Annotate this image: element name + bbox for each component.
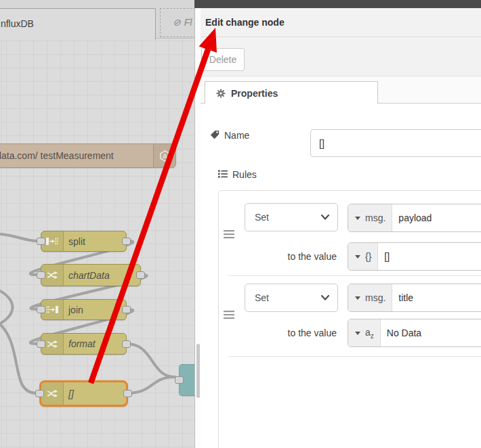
wire[interactable] [127, 377, 175, 393]
wire[interactable] [0, 318, 37, 393]
drag-handle-icon[interactable] [224, 230, 234, 239]
tray-header: Edit change node [201, 8, 481, 37]
rule-action-select[interactable]: Set [245, 203, 338, 231]
wire[interactable] [0, 233, 37, 241]
node-join[interactable]: join [41, 299, 127, 320]
wire[interactable] [0, 288, 13, 327]
node-input-port[interactable] [37, 306, 45, 313]
caret-down-icon [355, 296, 360, 300]
node-change-selected[interactable]: [] [39, 380, 128, 407]
wire[interactable] [127, 344, 175, 377]
node-output-port[interactable] [122, 306, 131, 313]
rules-list: Set msg. payload to the value {} [] [218, 190, 481, 448]
node-input-port[interactable] [35, 390, 44, 397]
tray-toolbar: Delete [201, 37, 481, 76]
rules-label: Rules [232, 169, 257, 180]
node-format[interactable]: format [41, 333, 127, 355]
caret-down-icon [355, 217, 360, 220]
rule-separator [228, 356, 481, 357]
rule-value-input[interactable]: az No Data [348, 319, 481, 347]
chevron-down-icon [321, 215, 329, 220]
node-influxdb-out[interactable]: data.com/ testMeasurement [0, 143, 176, 168]
json-type-icon: {} [365, 251, 371, 262]
node-output-port[interactable] [123, 390, 132, 397]
tray-title: Edit change node [205, 17, 285, 28]
rule-value-input[interactable]: {} [] [348, 242, 481, 271]
typed-input-type-button[interactable]: {} [348, 243, 378, 270]
node-chartdata[interactable]: chartData [41, 264, 141, 286]
tab-properties[interactable]: Properties [205, 81, 378, 104]
rule-property-input[interactable]: msg. title [348, 284, 481, 312]
rule-separator [228, 275, 481, 276]
influxdb-icon [153, 144, 175, 167]
caret-down-icon [355, 255, 360, 259]
edit-form: Name Rules Set [201, 104, 481, 448]
name-input[interactable] [310, 129, 481, 157]
typed-input-type-button[interactable]: msg. [348, 204, 392, 231]
node-input-port[interactable] [37, 238, 45, 245]
list-icon [218, 169, 228, 179]
delete-button[interactable]: Delete [201, 48, 245, 71]
node-input-port[interactable] [37, 271, 45, 279]
node-output-port[interactable] [136, 271, 145, 279]
flow-canvas[interactable]: InfluxDB ⊘Fl data.com/ testMeasurement s… [0, 0, 194, 448]
rule-property-input[interactable]: msg. payload [348, 204, 481, 232]
node-dashboard-chart[interactable] [179, 364, 194, 396]
change-icon [41, 382, 64, 405]
node-output-port[interactable] [122, 340, 131, 348]
caret-down-icon [355, 332, 360, 335]
tag-icon [210, 130, 219, 139]
typed-input-type-button[interactable]: msg. [348, 284, 392, 311]
rule-action-select[interactable]: Set [245, 284, 338, 312]
tray-scrollbar[interactable] [196, 344, 200, 398]
node-output-port[interactable] [122, 238, 131, 245]
typed-input-type-button[interactable]: az [348, 319, 381, 346]
node-input-port[interactable] [175, 376, 184, 384]
name-label: Name [224, 130, 249, 141]
gear-icon [216, 89, 226, 98]
drag-handle-icon[interactable] [224, 311, 234, 319]
string-type-icon: az [365, 327, 374, 340]
node-split[interactable]: split [41, 231, 127, 252]
to-the-value-label: to the value [245, 328, 337, 338]
screenshot-root: InfluxDB ⊘Fl data.com/ testMeasurement s… [0, 0, 481, 448]
editor-tab-bar: Properties [201, 76, 481, 104]
to-the-value-label: to the value [245, 251, 337, 262]
node-input-port[interactable] [37, 340, 45, 348]
chevron-down-icon [321, 295, 329, 300]
